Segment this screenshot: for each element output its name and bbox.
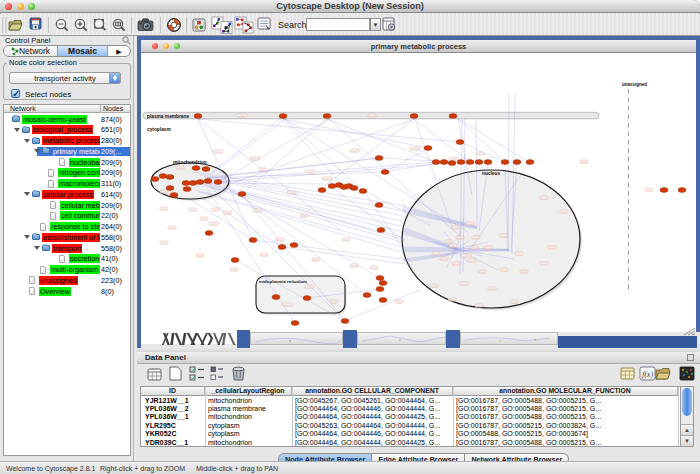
svg-text:endoplasmic reticulum: endoplasmic reticulum xyxy=(259,279,307,284)
svg-text:unassigned: unassigned xyxy=(622,82,647,87)
svg-text:mitochondrion: mitochondrion xyxy=(173,160,207,165)
svg-text:plasma membrane: plasma membrane xyxy=(147,114,189,119)
svg-text:f(x): f(x) xyxy=(642,370,653,379)
svg-text:nucleus: nucleus xyxy=(482,171,500,176)
svg-text:cytoplasm: cytoplasm xyxy=(147,127,171,132)
